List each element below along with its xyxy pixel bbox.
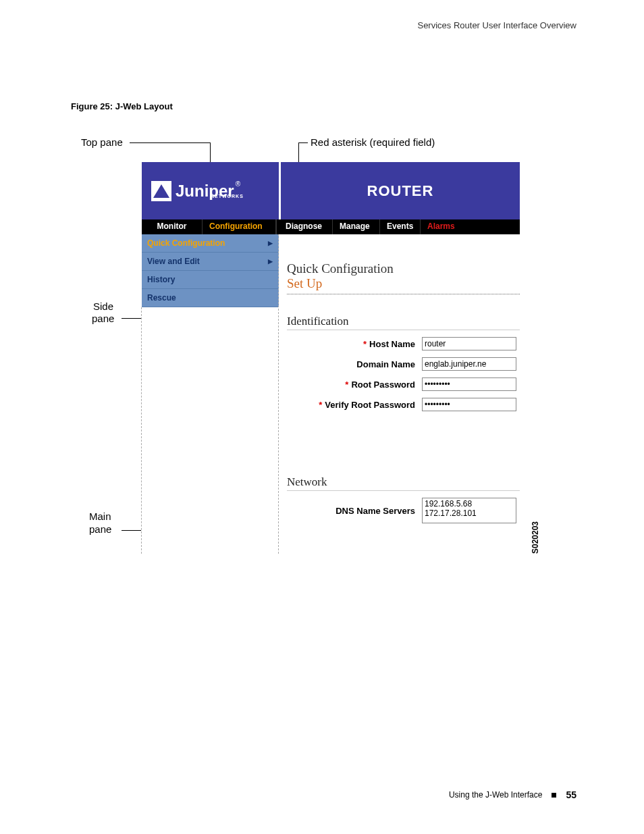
main-tab-bar: Monitor Configuration Diagnose Manage Ev… [142,219,520,234]
dns-name-servers-input[interactable] [422,498,516,523]
running-header: Services Router User Interface Overview [417,20,576,30]
side-item-label: View and Edit [147,257,200,266]
side-item-history[interactable]: History [142,271,278,289]
field-domain-name: Domain Name [287,357,520,371]
figure-reference-number: S020203 [531,521,540,554]
field-label: *Root Password [287,380,422,390]
side-item-label: History [147,275,175,284]
annotation-red-asterisk: Red asterisk (required field) [311,136,435,148]
bullet-icon [552,793,556,798]
field-dns-name-servers: DNS Name Servers [287,498,520,523]
side-pane-spacer [141,307,278,554]
side-pane: Quick Configuration ▶ View and Edit ▶ Hi… [142,234,279,554]
annotation-pane: pane [92,313,114,324]
field-verify-root-password: *Verify Root Password [287,398,520,411]
page-number: 55 [566,789,576,800]
field-label: DNS Name Servers [287,506,422,516]
leader-line-side-pane [122,318,142,319]
verify-root-password-input[interactable] [422,398,516,411]
chevron-right-icon: ▶ [268,240,273,246]
tab-events[interactable]: Events [380,219,421,234]
annotation-pane2: pane [89,523,111,535]
section-network: Network [287,475,520,491]
side-item-quick-configuration[interactable]: Quick Configuration ▶ [142,234,278,253]
domain-name-input[interactable] [422,357,516,371]
host-name-input[interactable] [422,337,516,350]
label-text: Root Password [351,380,415,390]
side-item-label: Quick Configuration [147,238,225,248]
required-asterisk-icon: * [345,380,348,390]
top-pane: Juniper NETWORKS ® ROUTER [142,162,520,219]
figure-caption: Figure 25: J-Web Layout [71,101,173,111]
field-root-password: *Root Password [287,377,520,391]
field-label: *Verify Root Password [287,400,422,410]
label-text: Domain Name [356,359,415,369]
chevron-right-icon: ▶ [268,258,273,265]
juniper-logo-text: Juniper NETWORKS [176,182,234,201]
annotation-side: Side [93,301,113,312]
tab-alarms[interactable]: Alarms [421,219,461,234]
page-footer: Using the J-Web Interface 55 [449,789,576,800]
logo-subtext: NETWORKS [211,194,244,199]
side-item-view-and-edit[interactable]: View and Edit ▶ [142,253,278,271]
footer-text: Using the J-Web Interface [449,790,543,800]
tab-configuration[interactable]: Configuration [203,219,277,234]
router-title: ROUTER [281,162,520,219]
root-password-input[interactable] [422,377,516,391]
side-item-rescue[interactable]: Rescue [142,289,278,307]
required-asterisk-icon: * [363,339,367,349]
tab-manage[interactable]: Manage [333,219,380,234]
field-label: Domain Name [287,359,422,369]
tab-diagnose[interactable]: Diagnose [279,219,333,234]
side-item-label: Rescue [147,293,176,303]
label-text: Host Name [369,339,415,349]
juniper-logo-icon [151,181,171,201]
main-subtitle: Set Up [287,276,520,294]
label-text: DNS Name Servers [336,506,415,516]
juniper-logo-block: Juniper NETWORKS ® [142,162,279,219]
annotation-top-pane: Top pane [81,136,123,148]
jweb-screenshot: Juniper NETWORKS ® ROUTER Monitor Config… [142,162,520,554]
main-title: Quick Configuration [287,261,520,276]
content-row: Quick Configuration ▶ View and Edit ▶ Hi… [142,234,520,554]
required-asterisk-icon: * [319,400,322,410]
section-identification: Identification [287,315,520,330]
label-text: Verify Root Password [325,400,415,410]
registered-mark: ® [236,180,240,188]
main-pane: Quick Configuration Set Up Identificatio… [279,234,520,554]
field-host-name: *Host Name [287,337,520,350]
tab-monitor[interactable]: Monitor [142,219,203,234]
annotation-main: Main [89,511,111,522]
field-label: *Host Name [287,339,422,349]
